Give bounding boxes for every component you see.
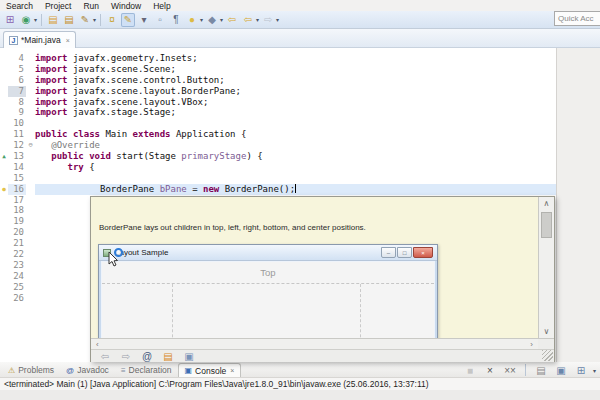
code-line[interactable]: 5import javafx.scene.Scene; xyxy=(0,64,556,75)
code-line[interactable]: 6import javafx.scene.control.Button; xyxy=(0,75,556,86)
chevron-down-icon[interactable]: ▾ xyxy=(200,16,203,23)
text-cursor xyxy=(295,184,296,193)
code-text: import javafx.scene.Scene; xyxy=(35,64,556,75)
resize-grip[interactable] xyxy=(542,350,553,361)
hover-vertical-scrollbar[interactable]: ∧ ∨ xyxy=(538,197,554,338)
code-text: import javafx.scene.control.Button; xyxy=(35,75,556,86)
fold-collapse-icon[interactable]: ⊖ xyxy=(26,140,35,151)
generic-tool-icon[interactable]: ◆ xyxy=(205,13,219,27)
override-indicator-icon: ▲ xyxy=(0,151,8,162)
tab-declaration[interactable]: ≡Declaration xyxy=(115,363,178,377)
chevron-down-icon[interactable]: ▾ xyxy=(220,16,223,23)
line-number: 25 xyxy=(8,282,26,293)
last-edit-location-icon[interactable]: ⇦ xyxy=(225,13,239,27)
tab-label: Declaration xyxy=(129,365,172,375)
tab-main-java[interactable]: J *Main.java × xyxy=(3,31,76,48)
back-icon[interactable]: ⇦ xyxy=(241,13,255,27)
scrollbar-corner xyxy=(538,338,554,349)
chevron-down-icon[interactable]: ▾ xyxy=(593,367,596,374)
layout-sample-window: Layout Sample –□× Top xyxy=(98,244,438,338)
gutter-marker xyxy=(0,64,8,75)
open-in-browser-icon[interactable]: ▣ xyxy=(182,349,196,363)
quickfix-lightbulb-icon[interactable]: ● xyxy=(185,13,199,27)
editor-tab-bar: J *Main.java × xyxy=(0,29,600,48)
mark-occurrences-icon[interactable]: ✎ xyxy=(121,13,135,27)
pin-console-icon[interactable]: ▤ xyxy=(534,363,548,377)
close-icon[interactable]: × xyxy=(66,37,70,44)
show-source-icon[interactable]: ▫ xyxy=(153,13,167,27)
scroll-left-icon[interactable]: ‹ xyxy=(96,340,99,349)
forward-icon[interactable]: ⇨ xyxy=(261,13,275,27)
new-wizard-icon[interactable]: ⊞ xyxy=(3,13,17,27)
line-number: 18 xyxy=(8,205,26,216)
code-line[interactable]: ●16 BorderPane bPane = new BorderPane(); xyxy=(0,184,556,195)
display-selected-console-icon[interactable]: ▣ xyxy=(554,363,568,377)
line-number: 10 xyxy=(8,118,26,129)
line-number: 20 xyxy=(8,227,26,238)
code-line[interactable]: 4import javafx.geometry.Insets; xyxy=(0,53,556,64)
tab-problems[interactable]: ⚠Problems xyxy=(2,363,60,377)
sample-window-content: Top xyxy=(102,262,434,338)
remove-all-terminated-button[interactable]: ×× xyxy=(503,363,517,377)
gutter-marker xyxy=(0,97,8,108)
fold-column xyxy=(26,97,35,108)
remove-launch-button[interactable]: × xyxy=(483,363,497,377)
code-line[interactable]: 14 try { xyxy=(0,162,556,173)
line-number: 16 xyxy=(8,184,26,195)
show-in-javadoc-view-icon[interactable]: @ xyxy=(140,349,154,363)
edit-brush-icon[interactable]: ✎ xyxy=(78,13,92,27)
forward-icon[interactable]: ⇨ xyxy=(119,349,133,363)
back-icon[interactable]: ⇦ xyxy=(98,349,112,363)
console-panel: ⚠Problems@Javadoc≡Declaration▣Console×■×… xyxy=(0,362,600,400)
code-line[interactable]: ▲13 public void start(Stage primaryStage… xyxy=(0,151,556,162)
chevron-down-icon[interactable]: ▾ xyxy=(34,16,37,23)
menu-item-project[interactable]: Project xyxy=(39,1,77,11)
fold-column xyxy=(26,271,35,282)
tab-javadoc[interactable]: @Javadoc xyxy=(60,363,115,377)
line-number: 23 xyxy=(8,260,26,271)
scrollbar-thumb[interactable] xyxy=(541,212,552,238)
hover-horizontal-scrollbar[interactable]: ‹ › xyxy=(91,338,538,349)
code-line[interactable]: 9import javafx.stage.Stage; xyxy=(0,107,556,118)
code-text: import javafx.scene.layout.VBox; xyxy=(35,97,556,108)
gutter-marker xyxy=(0,271,8,282)
menu-item-search[interactable]: Search xyxy=(0,1,39,11)
tab-label: Javadoc xyxy=(77,365,109,375)
chevron-down-icon[interactable]: ▾ xyxy=(276,16,279,23)
show-whitespace-icon[interactable]: ¶ xyxy=(169,13,183,27)
menu-item-help[interactable]: Help xyxy=(147,1,176,11)
code-line[interactable]: 15 xyxy=(0,173,556,184)
menu-item-window[interactable]: Window xyxy=(105,1,147,11)
dropdown-arrow-icon[interactable]: ▾ xyxy=(137,13,151,27)
code-text: import javafx.scene.layout.BorderPane; xyxy=(35,86,556,97)
gutter-marker xyxy=(0,249,8,260)
gutter-marker xyxy=(0,118,8,129)
code-line[interactable]: 11public class Main extends Application … xyxy=(0,129,556,140)
editor-scrollbar-rail[interactable] xyxy=(556,48,600,362)
open-folder-icon[interactable]: ▤ xyxy=(46,13,60,27)
line-number: 8 xyxy=(8,97,26,108)
key-icon[interactable]: ¤ xyxy=(105,13,119,27)
gutter-marker xyxy=(0,293,8,304)
code-line[interactable]: 10 xyxy=(0,118,556,129)
scroll-down-icon[interactable]: ∨ xyxy=(539,327,554,336)
minimize-button: – xyxy=(381,247,396,258)
chevron-down-icon[interactable]: ▾ xyxy=(93,16,96,23)
scroll-up-icon[interactable]: ∧ xyxy=(539,199,554,208)
close-icon[interactable]: × xyxy=(230,367,234,374)
code-line[interactable]: 12⊖ @Override xyxy=(0,140,556,151)
quick-access-box[interactable]: Quick Acc xyxy=(554,11,600,26)
open-console-icon[interactable]: ⊞ xyxy=(574,363,588,377)
code-line[interactable]: 7import javafx.scene.layout.BorderPane; xyxy=(0,86,556,97)
external-tools-run-icon[interactable]: ◉ xyxy=(19,13,33,27)
menu-item-run[interactable]: Run xyxy=(77,1,105,11)
code-line[interactable]: 8import javafx.scene.layout.VBox; xyxy=(0,97,556,108)
line-number: 5 xyxy=(8,64,26,75)
tab-console[interactable]: ▣Console× xyxy=(178,363,242,377)
terminate-button[interactable]: ■ xyxy=(463,363,477,377)
scroll-right-icon[interactable]: › xyxy=(530,340,533,349)
open-attached-doc-icon[interactable]: ▤ xyxy=(161,349,175,363)
editor-tab-label: *Main.java xyxy=(21,35,61,45)
chevron-down-icon[interactable]: ▾ xyxy=(256,16,259,23)
import-folder-icon[interactable]: ▤ xyxy=(62,13,76,27)
